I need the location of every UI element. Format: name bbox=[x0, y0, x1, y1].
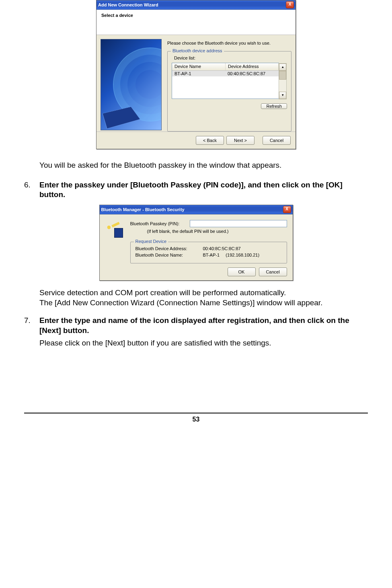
security-titlebar[interactable]: Bluetooth Manager - Bluetooth Security X bbox=[100, 205, 293, 214]
wizard-subtitle: Select a device bbox=[101, 13, 133, 18]
pin-hint: (If left blank, the default PIN will be … bbox=[147, 229, 287, 234]
list-scrollbar[interactable]: ▴ ▾ bbox=[279, 63, 287, 99]
step-number: 6. bbox=[24, 180, 39, 200]
group-legend: Bluetooth device address bbox=[171, 48, 224, 53]
wizard-instruction: Please choose the Bluetooth device you w… bbox=[167, 41, 291, 45]
cancel-button[interactable]: Cancel bbox=[259, 267, 287, 276]
device-address-group: Bluetooth device address Device list: De… bbox=[167, 51, 291, 132]
col-device-address[interactable]: Device Address bbox=[226, 63, 279, 70]
step-7-followup: Please click on the [Next] button if you… bbox=[39, 338, 368, 348]
cell-device-name: BT-AP-1 bbox=[172, 71, 225, 76]
step-6-text: Enter the passkey under [Bluetooth Passk… bbox=[39, 180, 368, 200]
scroll-down-icon[interactable]: ▾ bbox=[279, 92, 286, 99]
cell-device-address: 00:40:8C:5C:8C:87 bbox=[225, 71, 279, 76]
wizard-graphic bbox=[101, 39, 162, 130]
back-button[interactable]: < Back bbox=[196, 136, 224, 145]
bluetooth-security-dialog: Bluetooth Manager - Bluetooth Security X… bbox=[99, 205, 293, 281]
cancel-button[interactable]: Cancel bbox=[263, 136, 291, 145]
wizard-title: Add New Connection Wizard bbox=[98, 2, 158, 7]
doc-paragraph: You will be asked for the Bluetooth pass… bbox=[39, 160, 368, 171]
col-device-name[interactable]: Device Name bbox=[172, 63, 226, 70]
scroll-up-icon[interactable]: ▴ bbox=[279, 64, 286, 71]
device-list-label: Device list: bbox=[174, 56, 287, 60]
add-connection-wizard: Add New Connection Wizard X Select a dev… bbox=[96, 0, 296, 149]
page-number: 53 bbox=[24, 413, 368, 423]
name-value: BT-AP-1 (192.168.100.21) bbox=[203, 253, 260, 257]
step-number: 7. bbox=[24, 316, 39, 335]
doc-paragraph: The [Add New Connection Wizard (Connecti… bbox=[39, 298, 368, 308]
pin-input[interactable] bbox=[190, 220, 287, 227]
device-row[interactable]: BT-AP-1 00:40:8C:5C:8C:87 bbox=[172, 71, 279, 76]
pin-label: Bluetooth Passkey (PIN): bbox=[130, 221, 187, 226]
addr-value: 00:40:8C:5C:8C:87 bbox=[203, 246, 241, 251]
addr-label: Bluetooth Device Address: bbox=[135, 246, 200, 251]
step-7-text: Enter the type and name of the icon disp… bbox=[39, 316, 349, 335]
request-device-group: Request Device Bluetooth Device Address:… bbox=[130, 242, 287, 263]
scroll-thumb[interactable] bbox=[279, 71, 286, 80]
device-listview[interactable]: Device Name Device Address BT-AP-1 00:40… bbox=[172, 63, 279, 99]
next-button[interactable]: Next > bbox=[226, 136, 254, 145]
security-title: Bluetooth Manager - Bluetooth Security bbox=[101, 207, 185, 212]
ok-button[interactable]: OK bbox=[228, 267, 256, 276]
doc-paragraph: Service detection and COM port creation … bbox=[39, 288, 368, 298]
wizard-titlebar[interactable]: Add New Connection Wizard X bbox=[96, 0, 296, 10]
key-lock-icon bbox=[105, 220, 123, 238]
refresh-button[interactable]: Refresh bbox=[261, 103, 287, 109]
request-legend: Request Device bbox=[134, 239, 168, 244]
wizard-subheader: Select a device bbox=[96, 10, 296, 35]
close-icon[interactable]: X bbox=[286, 1, 294, 8]
close-icon[interactable]: X bbox=[283, 206, 291, 213]
name-label: Bluetooth Device Name: bbox=[135, 253, 200, 257]
